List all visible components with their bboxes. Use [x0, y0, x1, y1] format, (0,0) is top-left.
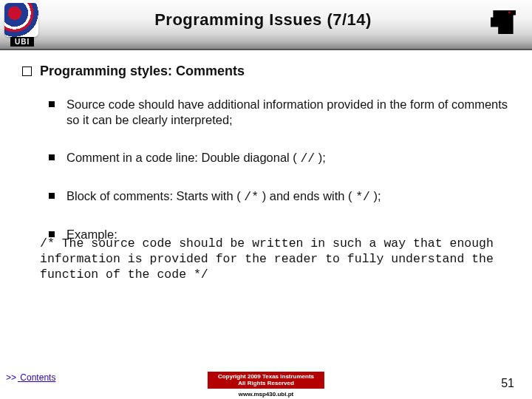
- bullet-source-code: Source code should have additional infor…: [19, 97, 513, 128]
- ti-logo-icon: [488, 7, 522, 38]
- bullet-text: Comment in a code line: Double diagonal …: [66, 151, 326, 164]
- copyright-text: Copyright 2009 Texas InstrumentsAll Righ…: [208, 372, 324, 389]
- slide-body: Programming styles: Comments Source code…: [0, 50, 532, 283]
- slide-header: UBI Programming Issues (7/14): [0, 0, 532, 50]
- page-number: 51: [501, 377, 514, 390]
- bullet-line-comment: Comment in a code line: Double diagonal …: [19, 150, 513, 166]
- ubi-logo-icon: [4, 3, 38, 37]
- footer-url: www.msp430.ubi.pt: [239, 391, 293, 398]
- contents-link[interactable]: >> Contents: [6, 372, 55, 383]
- bullet-text: Block of comments: Starts with ( /* ) an…: [66, 189, 381, 202]
- slide-footer: >> Contents Copyright 2009 Texas Instrum…: [0, 366, 532, 399]
- page-title: Programming Issues (7/14): [43, 0, 483, 30]
- bullet-example: Example:: [19, 227, 513, 242]
- slide: UBI Programming Issues (7/14) Programmin…: [0, 0, 532, 399]
- ubi-label: UBI: [10, 37, 34, 47]
- heading-comments: Programming styles: Comments: [19, 64, 513, 79]
- contents-link-label: Contents: [20, 372, 55, 383]
- bullet-block-comment: Block of comments: Starts with ( /* ) an…: [19, 188, 513, 205]
